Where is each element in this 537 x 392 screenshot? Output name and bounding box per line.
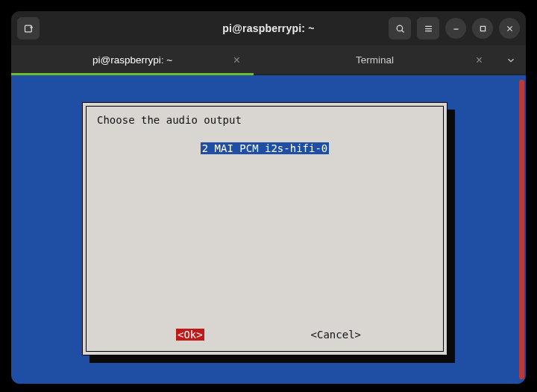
terminal-scrollbar[interactable] (519, 80, 524, 379)
tab-pi-raspberrypi[interactable]: pi@raspberrypi: ~ × (11, 45, 254, 75)
tabbar: pi@raspberrypi: ~ × Terminal × (11, 45, 526, 75)
new-tab-button[interactable] (17, 17, 40, 39)
app-window: pi@raspberrypi: ~ (11, 11, 526, 384)
minimize-button[interactable] (445, 18, 466, 39)
svg-line-4 (401, 30, 403, 32)
svg-rect-0 (25, 25, 31, 32)
cancel-button[interactable]: <Cancel> (311, 329, 361, 341)
maximize-button[interactable] (472, 18, 493, 39)
close-window-button[interactable] (499, 18, 520, 39)
tab-label: pi@raspberrypi: ~ (92, 54, 172, 66)
tab-close-icon[interactable]: × (476, 54, 483, 66)
tab-close-icon[interactable]: × (233, 54, 240, 66)
titlebar: pi@raspberrypi: ~ (11, 11, 526, 45)
dialog-button-row: <Ok> <Cancel> (87, 329, 443, 341)
terminal-viewport[interactable]: Choose the audio output 2 MAI PCM i2s-hi… (11, 75, 526, 384)
svg-point-3 (397, 25, 403, 31)
dialog-option-selected[interactable]: 2 MAI PCM i2s-hifi-0 (201, 142, 330, 154)
search-button[interactable] (389, 17, 411, 39)
whiptail-dialog: Choose the audio output 2 MAI PCM i2s-hi… (82, 102, 448, 355)
dialog-option-list: 2 MAI PCM i2s-hifi-0 (97, 142, 433, 154)
dialog-inner: Choose the audio output 2 MAI PCM i2s-hi… (86, 106, 444, 352)
svg-rect-9 (480, 26, 485, 31)
hamburger-menu-button[interactable] (417, 17, 439, 39)
ok-button[interactable]: <Ok> (176, 329, 204, 341)
dialog-prompt: Choose the audio output (97, 114, 433, 126)
tabs-overflow-button[interactable] (496, 45, 526, 75)
tab-terminal[interactable]: Terminal × (254, 45, 496, 75)
tab-label: Terminal (356, 54, 394, 66)
